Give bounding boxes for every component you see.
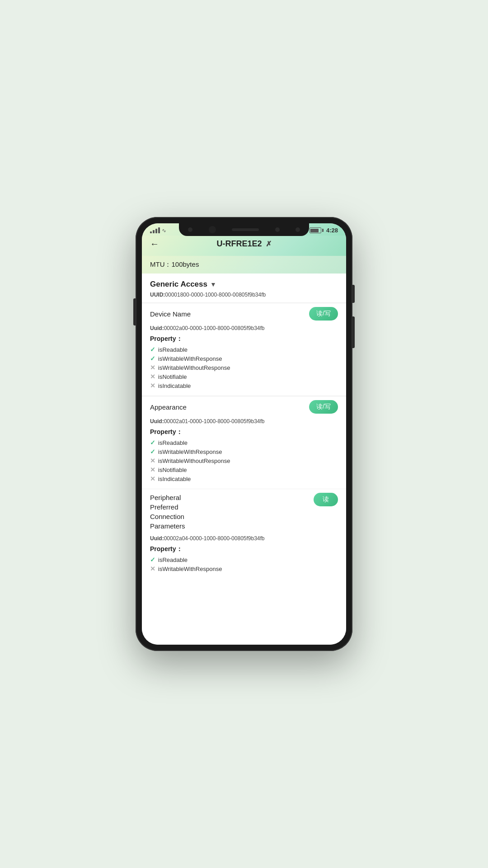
signal-bar-1 — [150, 231, 152, 233]
check-icon-2: ✓ — [150, 355, 155, 362]
time-display: 4:28 — [326, 227, 338, 234]
cross-icon-2: ✕ — [150, 373, 155, 380]
property-label-indicatable-2: isIndicatable — [158, 476, 191, 482]
property-label-readable-3: isReadable — [158, 557, 188, 563]
property-writable-response-3: ✕ isWritableWithResponse — [150, 564, 338, 573]
mtu-bar: MTU：100bytes — [142, 256, 346, 274]
property-indicatable-2: ✕ isIndicatable — [150, 474, 338, 483]
property-title-1: Property： — [150, 335, 338, 343]
cross-icon-1: ✕ — [150, 364, 155, 371]
content-area[interactable]: Generic Access ▼ UUID:00001800-0000-1000… — [142, 274, 346, 645]
property-section-2: Property： ✓ isReadable ✓ isWritableWithR… — [142, 426, 346, 487]
property-writable-no-response-1: ✕ isWritableWithoutResponse — [150, 363, 338, 372]
char-uuid-label-2: Uuid: — [150, 418, 164, 425]
cross-icon-3: ✕ — [150, 382, 155, 389]
char-uuid-appearance: Uuid:00002a01-0000-1000-8000-00805f9b34f… — [142, 417, 346, 426]
property-label-writable-response-3: isWritableWithResponse — [158, 566, 222, 572]
check-icon-3: ✓ — [150, 439, 155, 446]
char-uuid-label-3: Uuid: — [150, 535, 164, 542]
header-title: U-RFRE1E2 ✗ — [216, 239, 271, 249]
property-label-writable-no-response-1: isWritableWithoutResponse — [158, 364, 230, 371]
service-uuid-row: UUID:00001800-0000-1000-8000-00805f9b34f… — [142, 292, 346, 302]
read-btn-ppcp[interactable]: 读 — [314, 493, 338, 506]
property-title-3: Property： — [150, 545, 338, 553]
mtu-label: MTU： — [150, 260, 172, 268]
battery-body — [310, 227, 321, 233]
char-uuid-value-2: 00002a01-0000-1000-8000-00805f9b34fb — [164, 418, 265, 425]
speaker-grille — [232, 228, 259, 231]
camera-dot-right — [275, 227, 280, 232]
power-button-top — [352, 285, 355, 303]
property-label-notifiable-2: isNotifiable — [158, 467, 187, 473]
char-name-ppcp: Peripheral Preferred Connection Paramete… — [150, 493, 185, 531]
read-write-btn-appearance[interactable]: 读/写 — [309, 400, 338, 414]
notch-bar — [179, 223, 309, 236]
char-uuid-label-1: Uuid: — [150, 325, 164, 331]
check-icon-1: ✓ — [150, 346, 155, 353]
camera-dot-left — [188, 227, 192, 232]
char-uuid-device-name: Uuid:00002a00-0000-1000-8000-00805f9b34f… — [142, 324, 346, 333]
property-label-notifiable-1: isNotifiable — [158, 373, 187, 380]
property-label-writable-response-1: isWritableWithResponse — [158, 355, 222, 362]
volume-button — [133, 298, 136, 326]
sensor-dot — [296, 227, 300, 232]
property-readable-1: ✓ isReadable — [150, 345, 338, 354]
phone-screen: ∿ ✗ 4:28 ← U-RFRE1E2 ✗ MT — [142, 223, 346, 645]
battery-fill — [310, 229, 319, 232]
property-title-2: Property： — [150, 428, 338, 436]
back-button[interactable]: ← — [150, 239, 159, 249]
check-icon-5: ✓ — [150, 556, 155, 563]
property-writable-no-response-2: ✕ isWritableWithoutResponse — [150, 456, 338, 465]
device-name-title: U-RFRE1E2 — [216, 239, 262, 249]
property-section-3: Property： ✓ isReadable ✕ isWritableWithR… — [142, 543, 346, 577]
ppcp-line-3: Connection — [150, 512, 185, 521]
property-label-writable-no-response-2: isWritableWithoutResponse — [158, 458, 230, 464]
property-writable-response-2: ✓ isWritableWithResponse — [150, 447, 338, 456]
app-header: ← U-RFRE1E2 ✗ — [142, 236, 346, 256]
char-uuid-value-3: 00002a04-0000-1000-8000-00805f9b34fb — [164, 535, 265, 542]
signal-bar-3 — [155, 229, 157, 233]
characteristic-ppcp: Peripheral Preferred Connection Paramete… — [142, 489, 346, 579]
signal-icon — [150, 227, 160, 233]
service-header: Generic Access ▼ — [142, 274, 346, 292]
camera-main — [209, 226, 216, 233]
service-uuid-label: UUID: — [150, 292, 165, 298]
bluetooth-cross-icon: ✗ — [266, 240, 272, 248]
dropdown-arrow-icon[interactable]: ▼ — [210, 281, 216, 288]
service-uuid-value: 00001800-0000-1000-8000-00805f9b34fb — [165, 292, 266, 298]
cross-icon-7: ✕ — [150, 565, 155, 572]
property-writable-response-1: ✓ isWritableWithResponse — [150, 354, 338, 363]
cross-icon-5: ✕ — [150, 466, 155, 473]
property-indicatable-1: ✕ isIndicatable — [150, 381, 338, 390]
char-uuid-value-1: 00002a00-0000-1000-8000-00805f9b34fb — [164, 325, 265, 331]
check-icon-4: ✓ — [150, 448, 155, 455]
char-row-ppcp: Peripheral Preferred Connection Paramete… — [142, 489, 346, 534]
property-section-1: Property： ✓ isReadable ✓ isWritableWithR… — [142, 333, 346, 394]
ppcp-line-1: Peripheral — [150, 493, 185, 502]
service-name[interactable]: Generic Access — [150, 280, 207, 289]
property-label-indicatable-1: isIndicatable — [158, 382, 191, 389]
char-name-appearance: Appearance — [150, 403, 187, 411]
power-button-bottom — [352, 316, 355, 348]
property-notifiable-2: ✕ isNotifiable — [150, 465, 338, 474]
property-readable-3: ✓ isReadable — [150, 555, 338, 564]
cross-icon-4: ✕ — [150, 457, 155, 464]
characteristic-device-name: Device Name 读/写 Uuid:00002a00-0000-1000-… — [142, 302, 346, 396]
read-write-btn-device-name[interactable]: 读/写 — [309, 307, 338, 321]
property-readable-2: ✓ isReadable — [150, 438, 338, 447]
battery-icon — [310, 227, 324, 233]
char-uuid-ppcp: Uuid:00002a04-0000-1000-8000-00805f9b34f… — [142, 534, 346, 543]
char-row-device-name: Device Name 读/写 — [142, 303, 346, 324]
property-label-writable-response-2: isWritableWithResponse — [158, 448, 222, 455]
signal-bar-2 — [153, 230, 155, 233]
phone-frame: ∿ ✗ 4:28 ← U-RFRE1E2 ✗ MT — [136, 217, 352, 651]
battery-tip — [322, 229, 324, 232]
char-name-device-name: Device Name — [150, 310, 191, 318]
ppcp-line-4: Parameters — [150, 521, 185, 531]
ppcp-line-2: Preferred — [150, 502, 185, 512]
cross-icon-6: ✕ — [150, 475, 155, 482]
wifi-icon: ∿ — [162, 227, 166, 234]
status-left: ∿ — [150, 227, 166, 234]
char-row-appearance: Appearance 读/写 — [142, 396, 346, 417]
property-label-readable-2: isReadable — [158, 439, 188, 446]
